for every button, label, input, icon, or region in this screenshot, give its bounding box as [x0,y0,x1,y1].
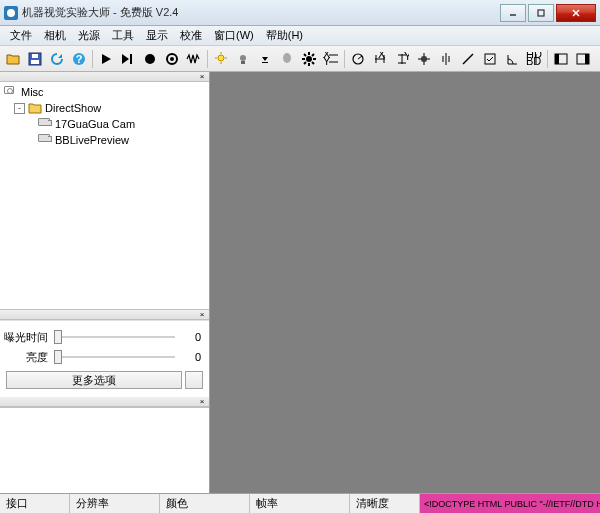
blank-panel [0,407,209,493]
tree-item[interactable]: 17GuaGua Cam [4,116,205,132]
tree-item[interactable]: BBLivePreview [4,132,205,148]
menu-file[interactable]: 文件 [4,28,38,43]
tree-root[interactable]: Misc [4,84,205,100]
exposure-value: 0 [175,331,205,343]
window-title: 机器视觉实验大师 - 免费版 V2.4 [22,5,498,20]
brightness-label: 亮度 [4,350,54,365]
svg-point-12 [170,57,174,61]
menu-window[interactable]: 窗口(W) [208,28,260,43]
svg-point-18 [240,55,246,61]
svg-rect-19 [241,61,245,64]
save-icon[interactable] [25,49,45,69]
crosshair-icon[interactable] [414,49,434,69]
exposure-slider[interactable] [54,336,175,338]
slider-panel-close-icon[interactable]: × [197,311,207,319]
svg-rect-57 [555,54,559,64]
menu-camera[interactable]: 相机 [38,28,72,43]
line-tool-icon[interactable] [436,49,456,69]
camera-device-icon [38,118,52,130]
tree-item-label: 17GuaGua Cam [55,118,135,130]
svg-text:Y: Y [323,55,331,66]
bulb-off-icon[interactable] [233,49,253,69]
status-port: 接口 [0,494,70,513]
svg-rect-52 [485,54,495,64]
play-repeat-icon[interactable] [118,49,138,69]
folder-icon [28,102,42,114]
svg-point-21 [283,53,291,63]
tree-panel-header: × [0,72,209,82]
gear-icon[interactable] [299,49,319,69]
hd-bd-icon[interactable]: HDBD [524,49,544,69]
record-icon[interactable] [140,49,160,69]
app-icon [4,6,18,20]
camera-device-icon [38,134,52,146]
svg-line-30 [312,54,314,56]
toolbar: ? XY X Y HDBD [0,46,600,72]
angle-icon[interactable] [502,49,522,69]
svg-rect-20 [262,62,268,63]
caliper-x-icon[interactable]: X [370,49,390,69]
close-button[interactable] [556,4,596,22]
window-left-icon[interactable] [551,49,571,69]
brightness-value: 0 [175,351,205,363]
svg-text:Y: Y [404,52,409,62]
window-right-icon[interactable] [573,49,593,69]
sidebar: × Misc - DirectShow 17GuaGua Cam BBLiveP… [0,72,210,493]
svg-rect-9 [130,54,132,64]
status-clarity: 清晰度 [350,494,420,513]
status-bar: 接口 分辨率 颜色 帧率 清晰度 <!DOCTYPE HTML PUBLIC "… [0,493,600,513]
play-icon[interactable] [96,49,116,69]
tree-item-label: BBLivePreview [55,134,129,146]
ruler-xy-icon[interactable]: XY [321,49,341,69]
svg-line-29 [304,62,306,64]
balloon-icon[interactable] [277,49,297,69]
menu-calibrate[interactable]: 校准 [174,28,208,43]
svg-text:X: X [378,52,386,60]
blank-panel-close-icon[interactable]: × [197,398,207,406]
tree-folder-label: DirectShow [45,102,101,114]
svg-rect-5 [31,60,39,64]
exposure-label: 曝光时间 [4,330,54,345]
slider-panel-header: × [0,310,209,320]
status-fps: 帧率 [250,494,350,513]
box-check-icon[interactable] [480,49,500,69]
svg-point-13 [218,55,224,61]
brightness-slider[interactable] [54,356,175,358]
menu-tools[interactable]: 工具 [106,28,140,43]
open-icon[interactable] [3,49,23,69]
maximize-button[interactable] [528,4,554,22]
menu-help[interactable]: 帮助(H) [260,28,309,43]
status-html-snippet: <!DOCTYPE HTML PUBLIC "-//IETF//DTD HTML… [420,494,600,513]
minimize-button[interactable] [500,4,526,22]
caliper-y-icon[interactable]: Y [392,49,412,69]
bulb-icon[interactable] [211,49,231,69]
help-icon[interactable]: ? [69,49,89,69]
svg-line-28 [312,62,314,64]
diagonal-icon[interactable] [458,49,478,69]
tree-panel-close-icon[interactable]: × [197,73,207,81]
menu-display[interactable]: 显示 [140,28,174,43]
drop-down-icon[interactable] [255,49,275,69]
svg-rect-59 [585,54,589,64]
status-resolution: 分辨率 [70,494,160,513]
tree-root-label: Misc [21,86,44,98]
device-tree[interactable]: Misc - DirectShow 17GuaGua Cam BBLivePre… [0,82,209,310]
svg-line-51 [463,54,473,64]
menu-light[interactable]: 光源 [72,28,106,43]
camera-icon [4,86,18,98]
circle-tool-icon[interactable] [348,49,368,69]
collapse-icon[interactable]: - [14,103,25,114]
svg-rect-6 [32,54,38,58]
svg-line-27 [304,54,306,56]
record2-icon[interactable] [162,49,182,69]
svg-rect-1 [538,10,544,16]
refresh-icon[interactable] [47,49,67,69]
main-canvas[interactable] [210,72,600,493]
waveform-icon[interactable] [184,49,204,69]
blank-panel-header: × [0,397,209,407]
more-options-aux-button[interactable] [185,371,203,389]
status-color: 颜色 [160,494,250,513]
slider-panel: 曝光时间 0 亮度 0 更多选项 [0,320,209,397]
tree-folder[interactable]: - DirectShow [4,100,205,116]
more-options-button[interactable]: 更多选项 [6,371,182,389]
